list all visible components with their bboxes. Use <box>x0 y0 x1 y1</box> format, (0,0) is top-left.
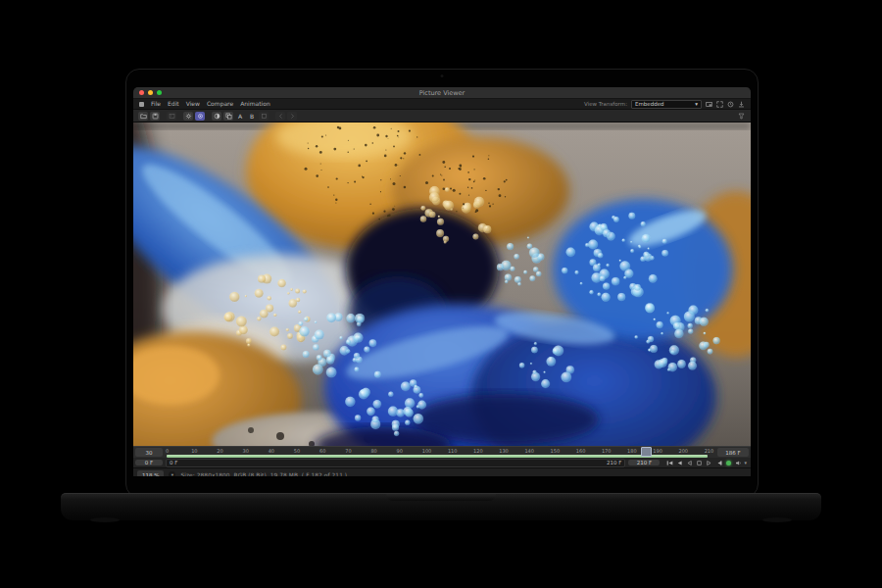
ruler-tick: 130 <box>499 448 509 454</box>
ruler-tick: 40 <box>269 448 274 454</box>
ruler-tick: 100 <box>422 448 432 454</box>
filter-dial-icon[interactable] <box>195 112 205 121</box>
range-end-label: 210 F <box>607 460 621 466</box>
menu-bar: File Edit View Compare Animation View Tr… <box>133 99 751 110</box>
render-viewport[interactable] <box>133 122 751 446</box>
prev-frame-button[interactable] <box>675 459 683 466</box>
menu-file[interactable]: File <box>151 99 161 109</box>
ruler-tick: 80 <box>370 448 376 454</box>
goto-start-button[interactable] <box>665 459 673 466</box>
ruler-tick: 70 <box>345 448 351 454</box>
playhead[interactable] <box>641 447 652 457</box>
laptop-screen: Picture Viewer File Edit View Compare An… <box>125 69 759 498</box>
ruler-tick: 60 <box>319 448 325 454</box>
image-info-text: Size: 2880x1800, RGB (8 Bit), 19.78 MB, … <box>180 472 347 477</box>
save-button[interactable] <box>150 112 160 121</box>
range-slider[interactable]: 0 F 210 F <box>166 459 625 467</box>
download-icon[interactable] <box>738 101 745 108</box>
compare-layers-icon[interactable] <box>223 112 233 121</box>
picture-viewer-window: Picture Viewer File Edit View Compare An… <box>133 87 751 476</box>
view-transform-label: View Transform: <box>584 101 627 107</box>
settings-gear-icon[interactable] <box>183 112 193 121</box>
ruler-tick: 10 <box>191 448 197 454</box>
fps-field[interactable]: 30 <box>135 448 163 457</box>
ruler-tick: 90 <box>397 448 403 454</box>
timeline-range-row: 0 F 0 F 210 F 210 F <box>133 458 751 467</box>
ruler-tick: 150 <box>551 448 561 454</box>
loop-indicator[interactable] <box>724 459 732 466</box>
zoom-level-field[interactable]: 118 % <box>137 470 164 476</box>
swap-ab-button[interactable] <box>259 112 269 121</box>
app-icon <box>139 102 144 107</box>
view-transform-value: Embedded <box>635 101 664 107</box>
play-button[interactable] <box>705 459 712 466</box>
sound-button[interactable] <box>734 459 742 466</box>
range-start-label: 0 F <box>170 460 177 466</box>
lid-notch <box>386 494 496 501</box>
rubber-foot-right <box>762 517 792 522</box>
loop-dot-icon <box>726 461 731 466</box>
menu-edit[interactable]: Edit <box>168 99 179 109</box>
transport-controls: ▾ <box>662 459 751 466</box>
history-clock-icon[interactable] <box>727 101 734 108</box>
laptop-base <box>61 493 821 520</box>
compare-b-button[interactable]: B <box>247 112 257 121</box>
ruler-tick: 30 <box>243 448 249 454</box>
compare-a-button[interactable]: A <box>235 112 245 121</box>
current-frame-field[interactable]: 186 F <box>717 448 749 457</box>
timeline-ruler[interactable]: 0102030405060708090100110120130140150160… <box>167 447 713 458</box>
fullscreen-icon[interactable] <box>716 101 723 108</box>
open-folder-button[interactable] <box>138 112 148 121</box>
nav-forward-button[interactable] <box>287 112 297 121</box>
zoom-button[interactable] <box>157 90 162 95</box>
camera-dot <box>441 74 444 77</box>
close-button[interactable] <box>139 90 144 95</box>
stop-button[interactable] <box>695 459 703 466</box>
view-transform-group: View Transform: Embedded ▾ <box>584 100 745 109</box>
rendered-image <box>133 122 751 446</box>
ruler-tick: 200 <box>678 448 688 454</box>
ruler-tick: 180 <box>627 448 637 454</box>
zoom-preset-dropdown[interactable]: ▾ <box>169 471 175 476</box>
play-reverse-button[interactable] <box>685 459 693 466</box>
ruler-tick: 110 <box>448 448 458 454</box>
ruler-tick: 120 <box>473 448 483 454</box>
cache-progress-bar <box>167 455 708 458</box>
ruler-tick: 140 <box>524 448 534 454</box>
range-start-field[interactable]: 0 F <box>135 460 163 466</box>
ruler-tick: 170 <box>602 448 612 454</box>
traffic-lights <box>139 90 162 95</box>
ruler-tick: 20 <box>217 448 222 454</box>
contrast-icon[interactable] <box>212 112 221 121</box>
ruler-tick: 190 <box>653 448 662 454</box>
timeline-ruler-row: 30 0102030405060708090100110120130140150… <box>133 446 751 458</box>
ruler-tick: 160 <box>576 448 586 454</box>
goto-end-button[interactable] <box>714 459 722 466</box>
window-title: Picture Viewer <box>133 89 751 97</box>
view-transform-select[interactable]: Embedded ▾ <box>631 100 702 109</box>
ruler-tick: 0 <box>166 448 169 454</box>
image-button[interactable] <box>167 112 176 121</box>
chevron-down-icon: ▾ <box>695 101 698 107</box>
pip-window-icon[interactable] <box>706 101 712 108</box>
rubber-foot-left <box>90 517 120 522</box>
menu-compare[interactable]: Compare <box>207 99 233 109</box>
title-bar: Picture Viewer <box>133 87 751 99</box>
filter-funnel-icon[interactable] <box>736 112 746 121</box>
status-bar: 118 % ▾ Size: 2880x1800, RGB (8 Bit), 19… <box>133 467 751 476</box>
page-background: Picture Viewer File Edit View Compare An… <box>0 0 882 588</box>
nav-back-button[interactable] <box>275 112 285 121</box>
minimize-button[interactable] <box>148 90 153 95</box>
toolbar: A B <box>133 110 751 122</box>
menu-animation[interactable]: Animation <box>240 99 270 109</box>
range-end-field[interactable]: 210 F <box>628 460 660 466</box>
ruler-tick: 50 <box>294 448 300 454</box>
menu-view[interactable]: View <box>186 99 200 109</box>
ruler-tick: 210 <box>705 448 714 454</box>
transport-options-caret[interactable]: ▾ <box>744 460 747 466</box>
